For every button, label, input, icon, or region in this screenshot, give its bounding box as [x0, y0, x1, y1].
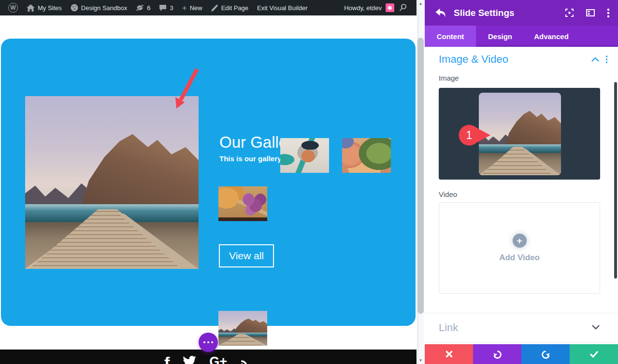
annotation-marker-1: 1 — [457, 124, 491, 147]
settings-tabbar: Content Design Advanced — [425, 26, 618, 47]
link-section-toggle[interactable]: Link — [425, 313, 618, 343]
gallery-thumb-lake-boardwalk[interactable] — [218, 311, 267, 346]
photo-layer — [234, 319, 267, 333]
page-scrollbar[interactable]: ▲ ▼ — [417, 0, 424, 364]
discard-button[interactable] — [425, 344, 473, 364]
section-header-icons — [591, 56, 608, 63]
screen: W My Sites Design Sandbox — [0, 0, 618, 364]
google-plus-icon[interactable]: G+ — [209, 355, 227, 364]
panel-scrollbar-thumb[interactable] — [614, 82, 617, 279]
site-name-label: Design Sandbox — [81, 4, 127, 12]
panel-header-icons — [565, 9, 609, 17]
photo-layer — [81, 134, 199, 207]
panel-title: Slide Settings — [454, 8, 515, 18]
howdy-account[interactable]: Howdy, etdev — [340, 4, 386, 12]
plus-icon: + — [182, 4, 187, 12]
updates-count: 6 — [147, 4, 150, 12]
undo-icon — [493, 350, 502, 359]
redo-button[interactable] — [521, 344, 570, 364]
featured-image-lake-boardwalk[interactable] — [25, 96, 199, 269]
image-upload-area[interactable]: 1 — [439, 88, 600, 180]
search-icon — [399, 3, 407, 11]
section-menu-icon[interactable] — [606, 56, 608, 63]
back-button[interactable] — [435, 8, 446, 17]
video-field-label: Video — [439, 190, 457, 198]
image-field-label: Image — [439, 74, 459, 82]
comments-count: 3 — [170, 4, 173, 12]
my-sites-menu[interactable]: My Sites — [22, 0, 66, 15]
wordpress-logo-icon: W — [8, 3, 18, 13]
link-section-title: Link — [439, 322, 458, 334]
tab-content[interactable]: Content — [425, 26, 476, 47]
add-video-button[interactable]: + Add Video — [439, 234, 600, 263]
add-video-label: Add Video — [499, 253, 540, 263]
facebook-icon[interactable]: f — [164, 355, 170, 364]
my-sites-label: My Sites — [38, 4, 62, 12]
avatar[interactable]: ✱ — [386, 3, 394, 12]
new-content-menu[interactable]: + New — [178, 0, 207, 15]
chevron-down-icon — [592, 325, 600, 329]
section-settings-button[interactable] — [199, 333, 218, 352]
edit-page-menu[interactable]: Edit Page — [207, 0, 253, 15]
panel-menu-icon[interactable] — [607, 9, 609, 17]
comment-bubble-icon — [159, 4, 167, 12]
annotation-arrow — [170, 65, 204, 111]
edit-page-label: Edit Page — [221, 4, 248, 12]
gallery-thumb-beach-reader[interactable] — [280, 138, 329, 173]
house-icon — [27, 4, 35, 12]
scrollbar-thumb[interactable] — [417, 38, 424, 314]
dot — [207, 341, 209, 343]
close-icon — [446, 350, 453, 358]
facebook-glyph: f — [164, 355, 170, 364]
admin-bar-left: W My Sites Design Sandbox — [0, 0, 312, 15]
annotation-marker-number: 1 — [463, 129, 475, 142]
gplus-glyph: G+ — [209, 355, 227, 364]
comments-menu[interactable]: 3 — [155, 0, 177, 15]
dot — [203, 341, 205, 343]
video-upload-area[interactable]: + Add Video — [439, 202, 600, 294]
wp-logo-menu[interactable]: W — [4, 0, 22, 15]
gallery-thumb-onion-crate[interactable] — [218, 186, 267, 221]
wp-admin-bar: W My Sites Design Sandbox — [0, 0, 417, 15]
pencil-icon — [211, 4, 218, 12]
snap-panel-icon[interactable] — [586, 9, 595, 16]
undo-button[interactable] — [473, 344, 521, 364]
expand-modal-icon[interactable] — [565, 9, 574, 17]
updates-menu[interactable]: 6 — [131, 0, 155, 15]
check-icon — [590, 351, 598, 358]
panel-header: Slide Settings — [425, 0, 618, 26]
site-icon — [71, 4, 78, 12]
updates-icon — [136, 4, 144, 12]
back-arrow-icon — [435, 8, 446, 17]
scroll-down-icon[interactable]: ▼ — [417, 358, 424, 363]
search-button[interactable] — [394, 3, 412, 13]
save-button[interactable] — [570, 344, 618, 364]
rss-icon[interactable] — [240, 355, 252, 364]
tab-design[interactable]: Design — [476, 26, 524, 47]
tab-advanced[interactable]: Advanced — [524, 26, 578, 47]
redo-icon — [541, 350, 550, 359]
slide-settings-panel: Slide Settings — [425, 0, 618, 364]
gallery-thumb-artichoke-peaches[interactable] — [342, 138, 391, 173]
exit-visual-builder-label: Exit Visual Builder — [257, 4, 308, 12]
panel-action-bar — [425, 344, 618, 364]
gallery-section: Our Gallery This is our gallery. Check i… — [1, 39, 416, 326]
admin-bar-right: Howdy, etdev ✱ — [340, 0, 417, 15]
scroll-up-icon[interactable]: ▲ — [417, 1, 424, 6]
photo-layer — [505, 111, 561, 146]
social-icons-row: f G+ — [0, 355, 417, 364]
site-name-menu[interactable]: Design Sandbox — [66, 0, 131, 15]
chevron-up-icon[interactable] — [591, 57, 599, 62]
view-all-button[interactable]: View all — [219, 244, 274, 267]
new-label: New — [190, 4, 202, 12]
dot — [211, 341, 213, 343]
twitter-icon[interactable] — [182, 355, 197, 364]
image-video-section-title: Image & Video — [439, 53, 508, 66]
add-video-plus-icon: + — [513, 234, 527, 248]
image-video-section-header[interactable]: Image & Video — [439, 53, 607, 66]
exit-visual-builder[interactable]: Exit Visual Builder — [253, 0, 312, 15]
